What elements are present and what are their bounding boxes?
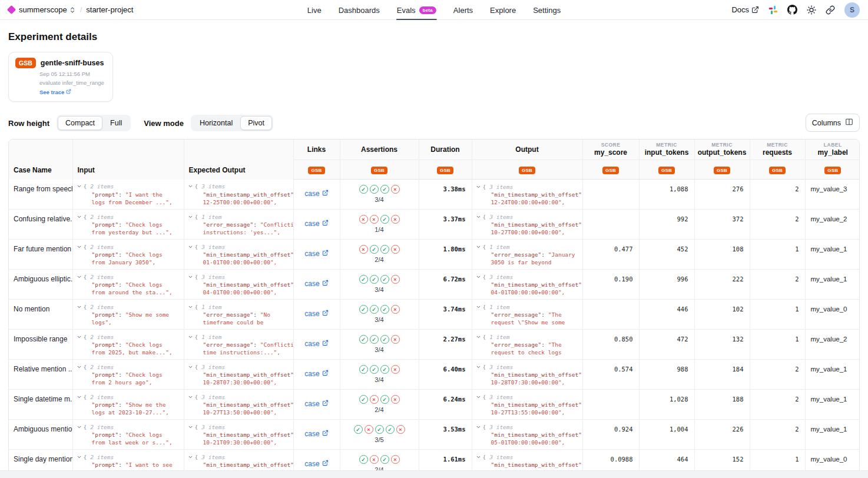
case-link[interactable]: case (304, 220, 328, 228)
tab-evals[interactable]: Evalsbeta (396, 0, 437, 20)
collapse-toggle-icon[interactable] (188, 274, 193, 280)
json-separator: : (118, 281, 125, 288)
collapse-toggle-icon[interactable] (476, 244, 481, 250)
external-link-icon (322, 340, 329, 348)
project-name[interactable]: starter-project (86, 5, 133, 14)
collapse-toggle-icon[interactable] (476, 184, 481, 190)
tab-explore[interactable]: Explore (489, 0, 516, 20)
docs-link[interactable]: Docs (731, 5, 759, 14)
input-cell: {2 items"prompt": "Check logsfrom 2 hour… (72, 360, 184, 390)
expected-output-cell: {3 items"min_timestamp_with_offset"04-01… (184, 270, 293, 300)
collapse-toggle-icon[interactable] (77, 334, 82, 340)
json-key: "min_timestamp_with_offset" (203, 371, 294, 378)
collapse-toggle-icon[interactable] (77, 424, 82, 430)
assertion-pass-icon: ✓ (380, 305, 389, 314)
collapse-toggle-icon[interactable] (77, 184, 82, 189)
tab-dashboards[interactable]: Dashboards (338, 0, 380, 20)
collapse-toggle-icon[interactable] (476, 364, 481, 370)
collapse-toggle-icon[interactable] (77, 394, 82, 400)
collapse-toggle-icon[interactable] (476, 214, 481, 220)
view-mode-option-horizontal[interactable]: Horizontal (192, 116, 240, 130)
tab-live[interactable]: Live (307, 0, 322, 20)
view-mode-option-pivot[interactable]: Pivot (240, 116, 272, 130)
github-icon[interactable] (787, 5, 797, 15)
collapse-toggle-icon[interactable] (188, 304, 193, 310)
json-item-count: 3 items (489, 214, 513, 220)
collapse-toggle-icon[interactable] (188, 424, 193, 430)
breadcrumb-separator: / (80, 5, 82, 14)
collapse-toggle-icon[interactable] (476, 274, 481, 280)
case-link[interactable]: case (304, 370, 328, 378)
collapse-toggle-icon[interactable] (77, 274, 82, 280)
json-key: "min_timestamp_with_offset" (203, 431, 294, 438)
output-tokens-cell: 132 (694, 330, 750, 360)
horizontal-scrollbar-track[interactable] (0, 470, 868, 478)
tab-alerts[interactable]: Alerts (453, 0, 473, 20)
json-key: "min_timestamp_with_offset" (203, 281, 294, 288)
experiment-badge: GSB (714, 167, 730, 174)
collapse-toggle-icon[interactable] (188, 184, 193, 189)
case-link[interactable]: case (304, 430, 328, 438)
slack-icon[interactable] (768, 5, 778, 15)
collapse-toggle-icon[interactable] (188, 244, 193, 250)
case-link[interactable]: case (304, 340, 328, 348)
json-key: "min_timestamp_with_offset" (491, 401, 582, 408)
collapse-toggle-icon[interactable] (77, 454, 82, 460)
row-height-segmented: CompactFull (57, 115, 131, 131)
collapse-toggle-icon[interactable] (77, 364, 82, 370)
row-height-option-full[interactable]: Full (102, 116, 130, 130)
collapse-toggle-icon[interactable] (476, 304, 481, 310)
nav-tabs: LiveDashboardsEvalsbetaAlertsExploreSett… (307, 0, 561, 20)
json-item-count: 1 item (201, 334, 221, 340)
case-link-label: case (304, 250, 319, 258)
assertion-ratio: 3/4 (340, 286, 419, 293)
org-switcher[interactable]: summerscope (19, 5, 76, 14)
collapse-toggle-icon[interactable] (476, 454, 481, 460)
case-link-label: case (304, 280, 319, 288)
json-item-count: 1 item (489, 334, 509, 340)
collapse-toggle-icon[interactable] (476, 334, 481, 340)
case-link[interactable]: case (304, 400, 328, 408)
json-value: "I want the (125, 191, 163, 198)
json-line: "min_timestamp_with_offset" (188, 461, 293, 469)
requests-cell: 1 (750, 300, 805, 330)
assertion-pass-icon: ✓ (380, 215, 389, 224)
column-name: output_tokens (695, 148, 750, 157)
json-line: 10-27T13:55:00+00:00", (476, 409, 582, 416)
collapse-toggle-icon[interactable] (476, 394, 481, 400)
share-link-icon[interactable] (826, 5, 835, 15)
json-line: "min_timestamp_with_offset" (188, 371, 293, 379)
case-link[interactable]: case (304, 310, 328, 318)
collapse-toggle-icon[interactable] (77, 214, 82, 220)
json-value: "Check logs (125, 281, 163, 288)
collapse-toggle-icon[interactable] (188, 394, 193, 400)
column-tag: SCORE (583, 142, 639, 148)
json-line: request \"Show me some (476, 318, 582, 326)
collapse-toggle-icon[interactable] (476, 424, 481, 430)
json-value: "The (548, 341, 562, 348)
json-key: "error_message" (491, 251, 542, 258)
org-name: summerscope (19, 5, 67, 14)
collapse-toggle-icon[interactable] (77, 244, 82, 250)
assertion-icons: ××✓× (340, 215, 419, 224)
columns-button[interactable]: Columns (806, 114, 860, 132)
column-tag: METRIC (750, 142, 805, 148)
collapse-toggle-icon[interactable] (188, 454, 193, 460)
json-item-count: 3 items (201, 454, 225, 460)
user-avatar[interactable]: S (844, 2, 860, 18)
case-link[interactable]: case (304, 280, 328, 288)
collapse-toggle-icon[interactable] (188, 214, 193, 220)
collapse-toggle-icon[interactable] (188, 364, 193, 370)
case-link[interactable]: case (304, 190, 328, 198)
case-link[interactable]: case (304, 250, 328, 258)
collapse-toggle-icon[interactable] (77, 304, 82, 310)
collapse-toggle-icon[interactable] (188, 334, 193, 340)
json-brace: { (195, 183, 198, 190)
tab-settings[interactable]: Settings (532, 0, 561, 20)
theme-toggle-icon[interactable] (807, 5, 816, 15)
row-height-option-compact[interactable]: Compact (58, 116, 102, 130)
table-row: Confusing relative...{2 items"prompt": "… (9, 210, 860, 240)
see-trace-link[interactable]: See trace (39, 89, 71, 95)
case-link[interactable]: case (304, 460, 328, 468)
json-key: "prompt" (92, 341, 119, 348)
